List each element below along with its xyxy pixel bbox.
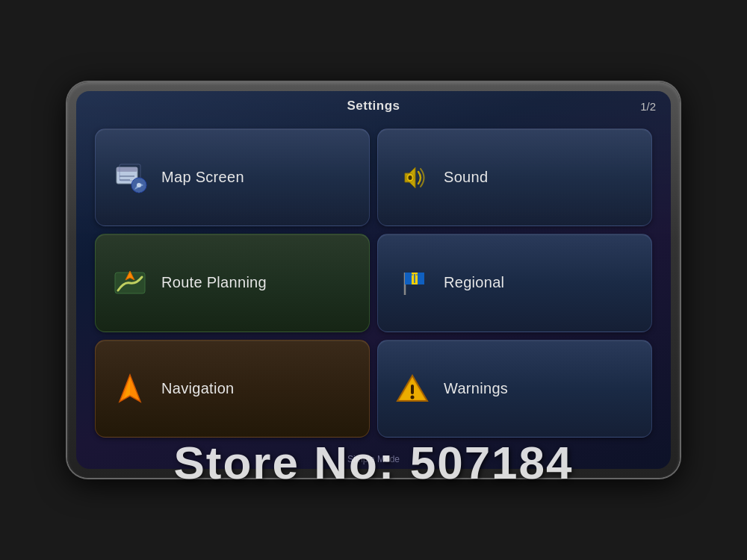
settings-title: Settings (347, 99, 400, 113)
device-screen: Settings 1/2 (76, 91, 671, 469)
svg-point-9 (409, 175, 412, 180)
route-planning-label: Route Planning (161, 274, 267, 291)
map-screen-button[interactable]: Map Screen (95, 128, 370, 226)
photo-background: Settings 1/2 (0, 0, 747, 560)
sound-label: Sound (444, 169, 488, 186)
route-planning-icon (111, 264, 149, 302)
route-planning-button[interactable]: Route Planning (95, 234, 370, 332)
regional-icon (393, 264, 432, 302)
navigation-icon (111, 369, 149, 408)
device-shell: Settings 1/2 (67, 82, 680, 478)
regional-label: Regional (444, 274, 504, 291)
warnings-button[interactable]: Warnings (377, 340, 652, 438)
svg-point-23 (411, 396, 415, 399)
page-indicator: 1/2 (640, 100, 656, 113)
sound-icon (393, 158, 432, 197)
settings-menu-grid: Map Screen (76, 121, 671, 449)
regional-button[interactable]: Regional (377, 234, 652, 332)
svg-rect-16 (418, 273, 424, 284)
map-screen-label: Map Screen (161, 169, 244, 186)
navigation-label: Navigation (161, 380, 235, 397)
svg-rect-14 (405, 273, 412, 284)
screen-footer: Simple Mode (76, 449, 671, 469)
map-screen-icon (111, 158, 149, 197)
sound-button[interactable]: Sound (377, 128, 652, 226)
navigation-button[interactable]: Navigation (95, 340, 370, 438)
screen-header: Settings 1/2 (76, 91, 671, 121)
footer-text: Simple Mode (347, 454, 400, 464)
warnings-label: Warnings (444, 380, 508, 397)
svg-point-6 (137, 183, 141, 187)
warnings-icon (393, 369, 432, 408)
svg-rect-22 (411, 385, 414, 394)
